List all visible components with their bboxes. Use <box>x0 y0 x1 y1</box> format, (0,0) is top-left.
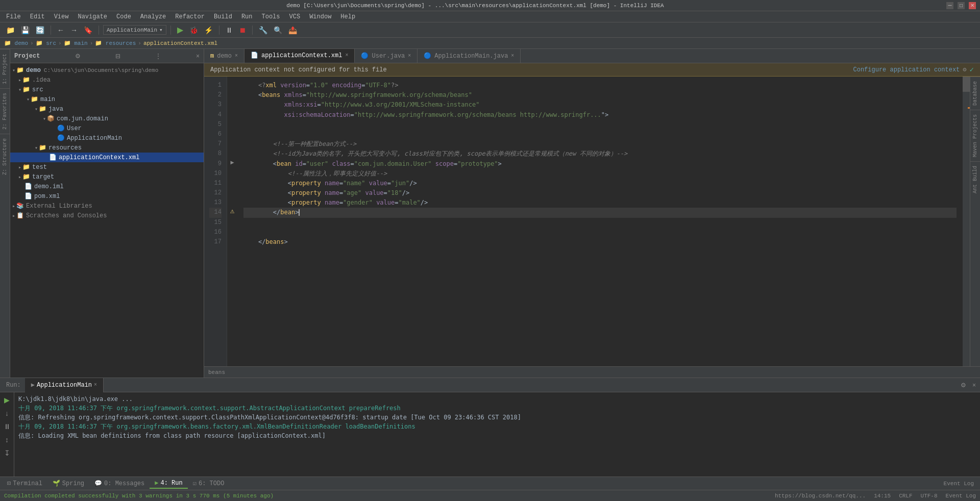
run-scrolldown-btn[interactable]: ↧ <box>2 447 13 459</box>
tree-item-resources[interactable]: ▾ 📁 resources <box>10 143 204 153</box>
menu-file[interactable]: File <box>2 12 25 21</box>
menu-build[interactable]: Build <box>210 12 236 21</box>
tree-item-src[interactable]: ▾ 📁 src <box>10 85 204 94</box>
tab-user-java[interactable]: 🔵 User.java × <box>355 49 418 63</box>
tree-item-package[interactable]: ▾ 📦 com.jun.domain <box>10 114 204 123</box>
database-tab[interactable]: Database <box>970 77 980 110</box>
menu-window[interactable]: Window <box>305 12 335 21</box>
status-bar: Compilation completed successfully with … <box>0 490 980 501</box>
maximize-button[interactable]: □ <box>958 2 965 9</box>
maven-tab[interactable]: Maven Projects <box>970 110 980 161</box>
structure-tab[interactable]: Z: Structure <box>0 134 10 179</box>
toolbar-stop-btn[interactable]: ⏹ <box>237 25 248 35</box>
run-tab-bottom[interactable]: ▶ 4: Run <box>150 478 187 489</box>
toolbar-share-btn[interactable]: 📤 <box>286 25 299 35</box>
configure-app-context-link[interactable]: Configure application context <box>853 66 960 73</box>
tree-item-idea[interactable]: ▸ 📁 .idea <box>10 75 204 85</box>
run-scrollup-btn[interactable]: ↕ <box>2 434 13 445</box>
coverage-button[interactable]: ⚡ <box>202 25 215 35</box>
toolbar-pause-btn[interactable]: ⏸ <box>224 25 235 35</box>
status-event-log[interactable]: Event Log <box>946 493 976 499</box>
status-crlf[interactable]: CRLF <box>899 493 912 499</box>
tree-item-scratches[interactable]: ▸ 📋 Scratches and Consoles <box>10 211 204 220</box>
console-output[interactable]: K:\jdk1.8\jdk8\bin\java.exe ... 十月 09, 2… <box>14 392 980 477</box>
run-down-btn[interactable]: ↓ <box>2 408 13 419</box>
tree-item-test[interactable]: ▸ 📁 test <box>10 162 204 172</box>
project-settings2-btn[interactable]: ⋮ <box>155 53 161 60</box>
messages-tab[interactable]: 💬 0: Messages <box>89 479 150 488</box>
toolbar-nav-btn[interactable]: 🔖 <box>82 25 94 35</box>
breadcrumb-src[interactable]: 📁 src <box>36 40 56 46</box>
tab-appcontext-close[interactable]: × <box>345 53 348 58</box>
toolbar-search-btn[interactable]: 🔍 <box>272 25 284 35</box>
warning-message: Application context not configured for t… <box>210 66 387 73</box>
toolbar-back-btn[interactable]: ← <box>55 25 66 35</box>
menu-edit[interactable]: Edit <box>26 12 49 21</box>
minimize-button[interactable]: ─ <box>946 2 953 9</box>
tree-item-applicationmain[interactable]: 🔵 ApplicationMain <box>10 133 204 143</box>
breadcrumb-file[interactable]: applicationContext.xml <box>143 40 217 46</box>
scrollbar-thumb[interactable] <box>963 77 970 92</box>
menu-vcs[interactable]: VCS <box>285 12 305 21</box>
editor-scrollbar[interactable] <box>963 77 970 366</box>
event-log-link[interactable]: Event Log <box>944 481 974 487</box>
code-content[interactable]: <?xml version="1.0" encoding="UTF-8"?> <… <box>237 77 963 366</box>
breadcrumb-main[interactable]: 📁 main <box>64 40 88 46</box>
project-tab[interactable]: 1: Project <box>0 49 10 88</box>
run-restart-btn[interactable]: ▶ <box>2 394 13 406</box>
toolbar-open-btn[interactable]: 📁 <box>4 25 17 35</box>
tab-applicationcontext[interactable]: 📄 applicationContext.xml × <box>244 49 355 63</box>
tab-m-demo-close[interactable]: × <box>235 53 238 59</box>
toolbar-forward-btn[interactable]: → <box>68 25 80 35</box>
dropdown-arrow: ▾ <box>159 27 163 33</box>
breadcrumb-demo[interactable]: 📁 demo <box>4 40 28 46</box>
terminal-tab[interactable]: ⊡ Terminal <box>2 479 47 488</box>
code-editor[interactable]: 1 2 3 4 5 6 7 8 9 10 11 12 13 14 <box>204 77 980 366</box>
spring-tab[interactable]: 🌱 Spring <box>47 479 89 488</box>
tab-m-demo[interactable]: m demo × <box>204 49 244 63</box>
tree-item-demo[interactable]: ▾ 📁 demo C:\Users\jun\Documents\spring\d… <box>10 65 204 75</box>
run-tab-close[interactable]: × <box>94 382 97 388</box>
tree-item-pom-xml[interactable]: 📄 pom.xml <box>10 191 204 201</box>
run-button[interactable]: ▶ <box>175 24 185 36</box>
run-config-dropdown[interactable]: ApplicationMain ▾ <box>103 25 166 35</box>
menu-tools[interactable]: Tools <box>258 12 284 21</box>
status-position[interactable]: 14:15 <box>874 493 891 499</box>
todo-tab[interactable]: ☑ 6: TODO <box>188 479 230 488</box>
toolbar-save-btn[interactable]: 💾 <box>19 25 32 35</box>
toolbar-settings-btn[interactable]: 🔧 <box>257 25 270 35</box>
menu-code[interactable]: Code <box>112 12 135 21</box>
tree-item-user[interactable]: 🔵 User <box>10 123 204 133</box>
menu-refactor[interactable]: Refactor <box>171 12 209 21</box>
menu-view[interactable]: View <box>50 12 73 21</box>
tree-item-java[interactable]: ▾ 📁 java <box>10 104 204 114</box>
tree-item-main[interactable]: ▾ 📁 main <box>10 94 204 104</box>
toolbar-sync-btn[interactable]: 🔄 <box>34 25 46 35</box>
run-pause-btn[interactable]: ⏸ <box>2 421 13 432</box>
project-close-btn[interactable]: × <box>196 53 200 60</box>
run-settings-btn[interactable]: ⚙ <box>959 381 968 390</box>
tree-item-external-libs[interactable]: ▸ 📚 External Libraries <box>10 201 204 211</box>
project-panel-title: Project <box>14 53 40 60</box>
favorites-tab[interactable]: 2: Favorites <box>0 88 10 134</box>
tree-item-demo-iml[interactable]: 📄 demo.iml <box>10 182 204 191</box>
menu-run[interactable]: Run <box>237 12 257 21</box>
tab-user-close[interactable]: × <box>408 53 411 59</box>
menu-navigate[interactable]: Navigate <box>74 12 111 21</box>
tab-applicationmain-java[interactable]: 🔵 ApplicationMain.java × <box>418 49 521 63</box>
run-applicationmain-tab[interactable]: ▶ ApplicationMain × <box>25 378 104 392</box>
status-encoding[interactable]: UTF-8 <box>921 493 938 499</box>
tab-appmain-close[interactable]: × <box>511 53 514 59</box>
ant-build-tab[interactable]: Ant Build <box>970 161 980 197</box>
debug-button[interactable]: 🐞 <box>187 25 200 35</box>
tree-item-applicationcontext[interactable]: 📄 applicationContext.xml <box>10 153 204 162</box>
project-settings-btn[interactable]: ⚙ <box>75 53 81 60</box>
gutter-warning-14: ⚠ <box>228 207 236 216</box>
project-layout-btn[interactable]: ⊟ <box>115 53 120 60</box>
close-button[interactable]: ✕ <box>969 2 976 9</box>
run-close-btn[interactable]: × <box>970 381 978 390</box>
breadcrumb-resources[interactable]: 📁 resources <box>95 40 136 46</box>
menu-analyze[interactable]: Analyze <box>136 12 170 21</box>
menu-help[interactable]: Help <box>336 12 359 21</box>
tree-item-target[interactable]: ▸ 📁 target <box>10 172 204 182</box>
